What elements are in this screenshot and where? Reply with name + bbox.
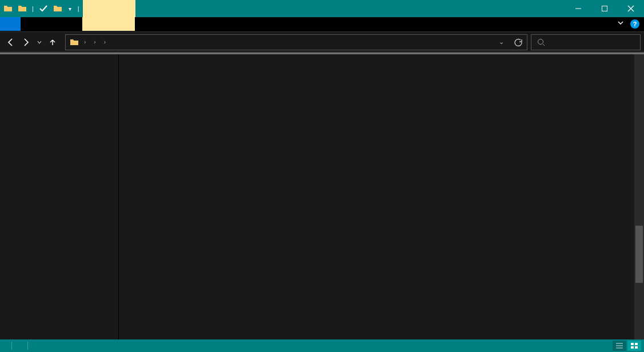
tab-home[interactable] [21,17,41,31]
file-list-pane [119,54,644,339]
nav-history-icon[interactable] [35,35,43,49]
search-input[interactable] [550,38,640,46]
qat-dropdown-icon[interactable]: ▾ [67,6,73,12]
ribbon-collapse-icon[interactable] [617,19,625,29]
navigation-tree[interactable] [0,54,119,339]
folder-icon [3,4,13,13]
view-details-button[interactable] [613,341,626,351]
svg-rect-1 [602,6,607,11]
close-button[interactable] [618,0,644,17]
minimize-button[interactable] [565,0,591,17]
navigation-bar: › › › ⌄ [0,31,644,53]
status-bar [0,339,644,352]
contextual-tab-header [83,0,135,17]
svg-line-5 [543,44,545,46]
title-bar: | ▾ | [0,0,644,17]
svg-rect-12 [635,346,638,349]
ribbon-tabs: ? [0,17,644,31]
search-icon [537,38,545,46]
tab-picture-tools[interactable] [82,17,135,31]
breadcrumb-sep-icon[interactable]: › [81,39,89,45]
help-button[interactable]: ? [630,19,639,29]
folder-icon [18,4,27,13]
breadcrumb-sep-icon[interactable]: › [101,39,109,45]
tab-view[interactable] [62,17,82,31]
nav-up-button[interactable] [46,35,59,49]
address-bar[interactable]: › › › ⌄ [65,34,527,50]
scrollbar[interactable] [634,54,644,339]
maximize-button[interactable] [591,0,618,17]
quick-access-toolbar: | ▾ | [0,0,83,17]
view-tiles-button[interactable] [627,341,641,351]
tab-share[interactable] [41,17,62,31]
qat-separator: | [32,5,34,12]
svg-point-4 [538,39,543,44]
nav-forward-button[interactable] [19,35,33,49]
svg-rect-10 [635,343,638,345]
folder-icon [53,4,62,13]
file-tab[interactable] [0,17,21,31]
folder-icon [69,37,80,48]
window-title [135,0,565,17]
svg-rect-9 [631,343,634,345]
svg-rect-11 [631,346,634,349]
breadcrumb-sep-icon[interactable]: › [91,39,98,45]
address-dropdown-icon[interactable]: ⌄ [493,38,510,46]
scrollbar-thumb[interactable] [635,226,643,283]
refresh-button[interactable] [510,38,527,46]
nav-back-button[interactable] [3,35,17,49]
qat-separator: | [78,5,79,12]
search-box[interactable] [531,34,641,50]
qat-check-icon[interactable] [39,4,48,13]
